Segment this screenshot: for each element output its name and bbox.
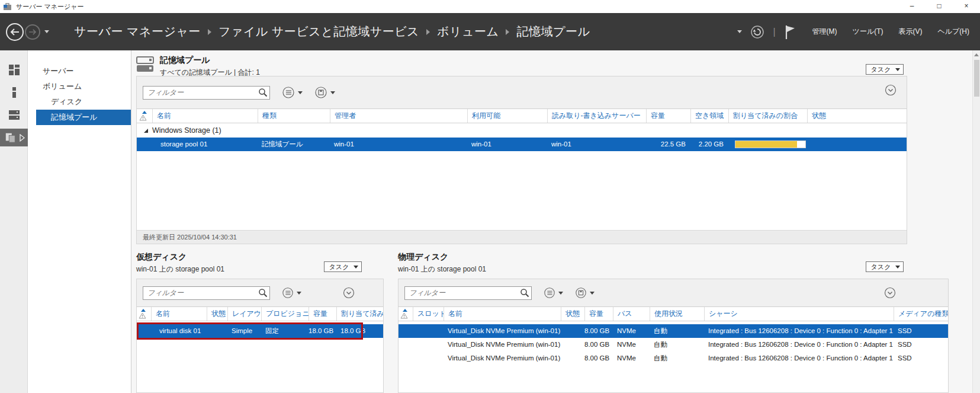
- sidebar: サーバー ボリューム ディスク 記憶域プール: [28, 50, 131, 393]
- dashboard-icon[interactable]: [0, 61, 28, 79]
- pdisk-row-name: Virtual_Disk NVMe Premium (win-01): [444, 352, 561, 365]
- pool-group-row[interactable]: Windows Storage (1): [137, 123, 907, 138]
- notifications-caret-icon[interactable]: [737, 30, 742, 33]
- menu-help[interactable]: ヘルプ(H): [937, 27, 969, 37]
- close-button[interactable]: ×: [953, 0, 980, 13]
- minimize-button[interactable]: –: [898, 0, 926, 13]
- back-button[interactable]: [6, 23, 24, 41]
- vdisk-col-allocated[interactable]: 割り当て済み: [336, 307, 383, 321]
- all-servers-icon[interactable]: [0, 106, 28, 124]
- breadcrumb-server-manager[interactable]: サーバー マネージャー: [74, 24, 201, 40]
- pool-tasks-button[interactable]: タスク: [866, 64, 904, 75]
- pool-save-button[interactable]: [314, 86, 335, 99]
- vdisk-row-status: [207, 324, 227, 338]
- pool-row-status: [807, 138, 907, 151]
- warning-icon: [139, 312, 146, 319]
- sidebar-item-storage-pools[interactable]: 記憶域プール: [36, 110, 131, 125]
- vdisk-row-provisioning: 固定: [261, 324, 309, 338]
- vdisk-filter-input[interactable]: [143, 286, 270, 300]
- breadcrumb-volumes[interactable]: ボリューム: [437, 24, 499, 40]
- pdisk-collapse-chevron-icon[interactable]: [884, 287, 896, 299]
- pdisk-row[interactable]: Virtual_Disk NVMe Premium (win-01) 8.00 …: [399, 352, 948, 365]
- list-view-icon: [282, 86, 295, 99]
- sidebar-item-servers[interactable]: サーバー: [28, 63, 131, 79]
- vdisk-col-name[interactable]: 名前: [151, 307, 207, 321]
- search-icon[interactable]: [258, 88, 268, 97]
- vdisk-sort-column[interactable]: [137, 307, 151, 321]
- pdisk-col-media-type[interactable]: メディアの種類: [894, 307, 948, 321]
- pdisk-row-bus: NVMe: [613, 338, 650, 352]
- pdisk-col-usage[interactable]: 使用状況: [650, 307, 704, 321]
- pdisk-list-view-button[interactable]: [544, 287, 563, 299]
- breadcrumb-file-storage-services[interactable]: ファイル サービスと記憶域サービス: [219, 24, 419, 40]
- pool-row-available-to: win-01: [467, 138, 547, 151]
- pool-list-view-button[interactable]: [282, 86, 303, 99]
- pdisk-col-slot[interactable]: スロット: [413, 307, 444, 321]
- vdisk-row[interactable]: virtual disk 01 Simple 固定 18.0 GB 18.0 G…: [137, 324, 383, 338]
- group-expand-icon: [144, 129, 148, 133]
- sidebar-item-volumes[interactable]: ボリューム: [28, 79, 131, 94]
- pdisk-row-capacity: 8.00 GB: [584, 352, 613, 365]
- pdisk-col-chassis[interactable]: シャーシ: [704, 307, 894, 321]
- forward-button[interactable]: [25, 24, 40, 40]
- pdisk-col-capacity[interactable]: 容量: [584, 307, 613, 321]
- menu-view[interactable]: 表示(V): [898, 27, 922, 37]
- pdisk-sort-column[interactable]: [399, 307, 413, 321]
- file-storage-services-icon[interactable]: [0, 129, 28, 146]
- pool-col-rw-server[interactable]: 読み取り-書き込みサーバー: [547, 109, 646, 123]
- pool-col-allocated-pct[interactable]: 割り当て済みの割合: [728, 109, 807, 123]
- pool-row[interactable]: storage pool 01 記憶域プール win-01 win-01 win…: [137, 138, 907, 151]
- pdisk-row-slot: [413, 338, 444, 352]
- vdisk-col-capacity[interactable]: 容量: [309, 307, 336, 321]
- vdisk-collapse-chevron-icon[interactable]: [343, 287, 355, 299]
- maximize-button[interactable]: □: [926, 0, 953, 13]
- pdisk-col-status[interactable]: 状態: [561, 307, 584, 321]
- pdisk-row[interactable]: Virtual_Disk NVMe Premium (win-01) 8.00 …: [399, 338, 948, 352]
- history-caret-icon[interactable]: [44, 30, 49, 33]
- pdisk-table-empty-area: [399, 365, 948, 392]
- flyout-arrow-icon[interactable]: [20, 134, 25, 142]
- pool-col-status[interactable]: 状態: [807, 109, 907, 123]
- pdisk-row[interactable]: Virtual_Disk NVMe Premium (win-01) 8.00 …: [399, 324, 948, 338]
- pool-col-capacity[interactable]: 容量: [646, 109, 690, 123]
- pool-sort-column[interactable]: [137, 109, 152, 123]
- search-icon[interactable]: [520, 288, 529, 298]
- pdisk-col-name[interactable]: 名前: [444, 307, 561, 321]
- pool-col-free-space[interactable]: 空き領域: [690, 109, 728, 123]
- pdisk-row-chassis: Integrated : Bus 12606208 : Device 0 : F…: [704, 352, 894, 365]
- sidebar-item-disks[interactable]: ディスク: [28, 94, 131, 110]
- chevron-down-icon: [330, 91, 335, 94]
- pool-table-header: 名前 種類 管理者 利用可能 読み取り-書き込みサーバー 容量 空き領域 割り当…: [137, 109, 907, 123]
- flag-icon[interactable]: [784, 24, 796, 40]
- pool-collapse-chevron-icon[interactable]: [885, 84, 897, 96]
- pdisk-filter-input[interactable]: [404, 286, 532, 300]
- pool-filter-input[interactable]: [143, 86, 270, 100]
- pdisk-save-button[interactable]: [575, 287, 595, 299]
- vdisk-col-status[interactable]: 状態: [207, 307, 227, 321]
- local-server-icon[interactable]: [0, 84, 28, 101]
- scrollbar-up-icon[interactable]: [974, 53, 979, 56]
- menu-tools[interactable]: ツール(T): [853, 27, 883, 37]
- pool-col-available-to[interactable]: 利用可能: [467, 109, 547, 123]
- pool-col-type[interactable]: 種類: [258, 109, 330, 123]
- search-icon[interactable]: [258, 288, 268, 298]
- scrollbar-thumb[interactable]: [974, 60, 979, 97]
- save-icon: [314, 86, 327, 99]
- vdisk-col-provisioning[interactable]: プロビジョニング: [261, 307, 309, 321]
- refresh-icon[interactable]: [750, 25, 764, 39]
- vdisk-tasks-button[interactable]: タスク: [324, 261, 362, 272]
- vdisk-list-view-button[interactable]: [282, 287, 301, 299]
- menu-manage[interactable]: 管理(M): [812, 27, 837, 37]
- vdisk-toolbar: [137, 279, 383, 306]
- pdisk-tasks-button[interactable]: タスク: [866, 261, 904, 272]
- breadcrumb-storage-pools[interactable]: 記憶域プール: [516, 24, 590, 40]
- vdisk-col-layout[interactable]: レイアウト: [227, 307, 261, 321]
- pool-col-managed-by[interactable]: 管理者: [330, 109, 467, 123]
- vdisk-row-layout: Simple: [227, 324, 261, 338]
- virtual-disks-header: 仮想ディスク win-01 上の storage pool 01 タスク: [136, 252, 384, 272]
- vertical-scrollbar[interactable]: [972, 50, 980, 393]
- pdisk-col-bus[interactable]: バス: [613, 307, 650, 321]
- pool-col-name[interactable]: 名前: [152, 109, 258, 123]
- pdisk-row-slot: [413, 324, 444, 338]
- vdisk-tasks-label: タスク: [324, 263, 354, 271]
